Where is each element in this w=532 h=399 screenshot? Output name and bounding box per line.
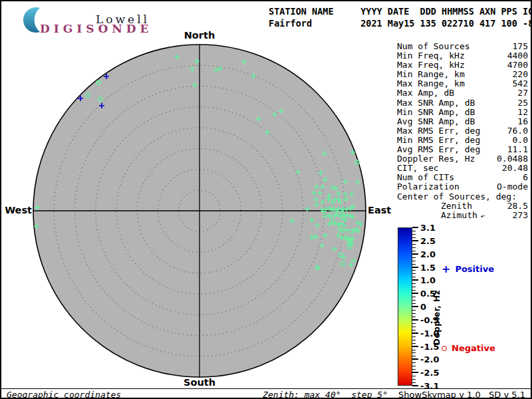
stat-label: Max Freq, kHz [397, 61, 465, 70]
stat-label: Azimuth← [397, 211, 485, 220]
colorbar-tick-label: 2.5 [420, 236, 447, 245]
stat-label: Polarization [397, 182, 460, 192]
stat-row: CIT, sec20.48 [397, 164, 528, 173]
colorbar-tick [412, 319, 418, 321]
colorbar-tick-label: -2.0 [420, 354, 447, 364]
positive-label: Positive [455, 264, 494, 274]
stats-panel: Num of Sources175Min Freq, kHz4400Max Fr… [397, 42, 528, 220]
showskymap-window: North South West East Lowell DIGISONDE S… [0, 0, 532, 399]
colorbar-tick [412, 267, 418, 268]
header-station-values: Fairford 2021 May15 135 022710 417 100 -… [269, 18, 532, 29]
stat-row: Avg SNR Amp, dB16 [397, 117, 528, 126]
stat-value: 25 [517, 98, 528, 108]
stat-value: 16 [517, 117, 528, 126]
stat-label: Avg RMS Err, deg [397, 145, 480, 154]
colorbar-tick [412, 332, 418, 334]
stat-value: 273 [513, 211, 528, 220]
colorbar-tick-label: 3.1 [420, 223, 447, 232]
zenith-range-label: Zenith: max 40° step 5° [263, 390, 388, 399]
colorbar-tick [412, 385, 418, 386]
stat-label: Max Amp, dB [397, 88, 454, 98]
stat-value: 12 [517, 108, 528, 117]
stat-value: 20.48 [502, 164, 528, 173]
stat-row: Azimuth←273 [397, 211, 528, 220]
colorbar-gradient [398, 227, 412, 386]
stat-value: 220 [513, 70, 528, 79]
stat-value: 0.0488 [497, 154, 528, 164]
stat-value: 175 [513, 42, 528, 51]
stat-label: Num of Sources [397, 42, 470, 51]
stat-row: Zenith28.5 [397, 201, 528, 211]
colorbar-tick [412, 358, 418, 360]
colorbar-tick [412, 279, 418, 281]
stat-row: Num of CITs6 [397, 173, 528, 182]
stat-row: Max Freq, kHz4700 [397, 61, 528, 70]
doppler-colorbar: Doppler, Hz 3.12.52.01.51.00.50-0.5-1.0-… [398, 227, 531, 386]
stat-label: Min Range, km [397, 70, 465, 79]
brand-digisonde: DIGISONDE [40, 22, 153, 35]
stat-row: PolarizationO-mode [397, 182, 528, 192]
north-label: North [173, 30, 226, 41]
stat-value: 28.5 [507, 201, 528, 211]
stat-row: Max Amp, dB27 [397, 88, 528, 98]
west-label: West [1, 205, 32, 215]
colorbar-tick [412, 293, 418, 294]
stat-value: 0.0 [513, 136, 528, 145]
stat-value: 542 [513, 79, 528, 88]
stat-label: Min SNR Amp, dB [397, 108, 475, 117]
stat-row: Doppler Res, Hz0.0488 [397, 154, 528, 164]
stat-label: Doppler Res, Hz [397, 154, 475, 164]
colorbar-tick [412, 253, 418, 255]
stat-label: Center of Sources, deg: [397, 192, 517, 201]
stat-value: 27 [517, 88, 528, 98]
stat-row: Max SNR Amp, dB25 [397, 98, 528, 108]
stat-label: Avg SNR Amp, dB [397, 117, 475, 126]
stat-row: Avg RMS Err, deg11.1 [397, 145, 528, 154]
colorbar-tick-label: 2.0 [420, 249, 447, 259]
stat-row: Min RMS Err, deg0.0 [397, 136, 528, 145]
stat-row: Min Range, km220 [397, 70, 528, 79]
colorbar-tick-label: -1.0 [420, 329, 447, 338]
colorbar-tick [412, 306, 418, 307]
coordinates-mode-label: Geographic coordinates [7, 390, 121, 399]
colorbar-tick-label: 1.0 [420, 275, 447, 285]
colorbar-tick-label: 0 [420, 302, 447, 311]
stat-label: Max SNR Amp, dB [397, 98, 475, 108]
south-label: South [173, 377, 226, 388]
stat-row: Max RMS Err, deg76.0 [397, 126, 528, 136]
digisonde-logo: Lowell DIGISONDE [19, 5, 165, 35]
header-column-labels: STATION NAME YYYY DATE DDD HHMMSS AXN PP… [269, 6, 532, 17]
circle-marker-icon [442, 346, 447, 351]
stat-row: Max Range, km542 [397, 79, 528, 88]
legend-positive: + Positive [442, 264, 494, 274]
colorbar-tick [412, 346, 418, 347]
stat-label: Zenith [397, 201, 472, 211]
stat-row: Min Freq, kHz4400 [397, 51, 528, 61]
version-label: ShowSkymap v 1.0 SD v 5.1 [398, 390, 525, 399]
stat-label: Max Range, km [397, 79, 465, 88]
colorbar-tick [412, 240, 418, 241]
stat-value: 4700 [507, 61, 528, 70]
plus-marker-icon: + [442, 265, 450, 273]
azimuth-direction-icon: ← [479, 211, 486, 221]
stat-row: Min SNR Amp, dB12 [397, 108, 528, 117]
stat-label: Num of CITs [397, 173, 454, 182]
colorbar-tick [412, 227, 418, 228]
stat-row: Center of Sources, deg: [397, 192, 528, 201]
stat-value: 76.0 [507, 126, 528, 136]
stat-value: 11.1 [507, 145, 528, 154]
legend-negative: Negative [442, 343, 495, 353]
stat-value: 4400 [507, 51, 528, 61]
stat-value: 6 [523, 173, 528, 182]
stat-label: Max RMS Err, deg [397, 126, 480, 136]
stat-label: Min Freq, kHz [397, 51, 465, 61]
colorbar-tick-label: -0.5 [420, 315, 447, 325]
colorbar-tick-label: -2.5 [420, 368, 447, 377]
stat-value: O-mode [497, 182, 528, 192]
colorbar-tick-label: 0.5 [420, 289, 447, 298]
stat-label: Min RMS Err, deg [397, 136, 480, 145]
stat-row: Num of Sources175 [397, 42, 528, 51]
negative-label: Negative [452, 343, 495, 353]
colorbar-tick [412, 372, 418, 373]
stat-label: CIT, sec [397, 164, 439, 173]
